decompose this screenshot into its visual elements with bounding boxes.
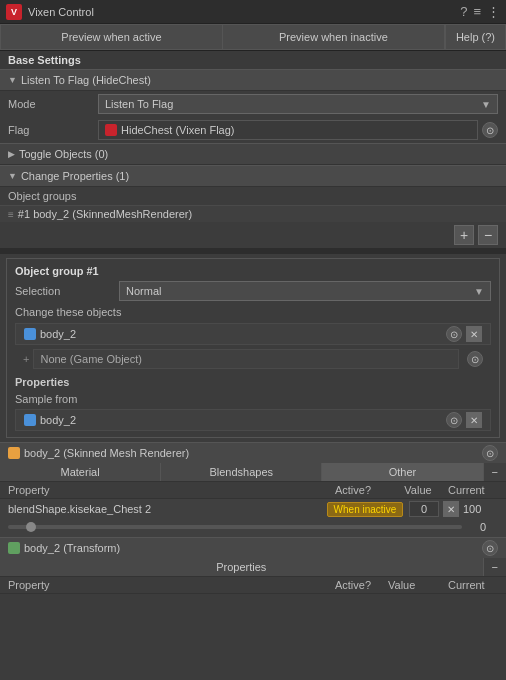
ph-property-label: Property [8, 484, 318, 496]
preview-tabs: Preview when active Preview when inactiv… [0, 24, 506, 51]
change-label: Change these objects [7, 303, 499, 321]
renderer-settings-button[interactable]: ⊙ [482, 445, 498, 461]
object-groups-label: Object groups [0, 187, 506, 205]
transform-label: body_2 (Transform) [24, 542, 478, 554]
renderer-header: body_2 (Skinned Mesh Renderer) ⊙ [0, 442, 506, 463]
renderer-icon [8, 447, 20, 459]
add-button[interactable]: + [454, 225, 474, 245]
body2-settings-button[interactable]: ⊙ [446, 326, 462, 342]
tab-preview-active[interactable]: Preview when active [0, 24, 222, 50]
none-item-row: + None (Game Object) ⊙ [15, 347, 491, 371]
body2-item: body_2 ⊙ ✕ [15, 323, 491, 345]
body2-remove-button[interactable]: ✕ [466, 326, 482, 342]
mode-row: Mode Listen To Flag ▼ [0, 91, 506, 117]
tab-preview-inactive[interactable]: Preview when inactive [222, 24, 445, 50]
og-title: Object group #1 [15, 265, 99, 277]
sample-from-label: Sample from [7, 391, 499, 407]
flag-value-container: HideChest (Vixen Flag) [98, 120, 478, 140]
renderer-label: body_2 (Skinned Mesh Renderer) [24, 447, 478, 459]
sample-body2-text: body_2 [40, 414, 442, 426]
property-data-row: blendShape.kisekae_Chest 2 When inactive… [0, 499, 506, 519]
transform-tab-row: Properties − [0, 558, 506, 577]
toggle-objects-label: Toggle Objects (0) [19, 148, 108, 160]
current-value: 100 [463, 503, 498, 515]
menu-icon[interactable]: ⋮ [487, 4, 500, 19]
og-selection-row: Selection Normal ▼ [7, 279, 499, 303]
tab-properties[interactable]: Properties [0, 558, 484, 576]
hash-icon: ≡ [8, 209, 14, 220]
base-settings-header: Base Settings [0, 51, 506, 69]
tab-blendshapes[interactable]: Blendshapes [161, 463, 322, 481]
slider-thumb[interactable] [26, 522, 36, 532]
none-text: None (Game Object) [40, 353, 141, 365]
change-properties-arrow-icon: ▼ [8, 171, 17, 181]
dropdown-arrow-icon: ▼ [481, 99, 491, 110]
help-button[interactable]: Help (?) [445, 24, 506, 50]
window-title: Vixen Control [28, 6, 460, 18]
app-icon: V [6, 4, 22, 20]
og-dropdown-arrow-icon: ▼ [474, 286, 484, 297]
og-selection-dropdown[interactable]: Normal ▼ [119, 281, 491, 301]
title-bar: V Vixen Control ? ≡ ⋮ [0, 0, 506, 24]
help-icon[interactable]: ? [460, 4, 467, 19]
og-header-row: Object group #1 [7, 263, 499, 279]
listen-to-flag-header[interactable]: ▼ Listen To Flag (HideChest) [0, 69, 506, 91]
ph-active-label: Active? [318, 484, 388, 496]
sample-body2-remove-button[interactable]: ✕ [466, 412, 482, 428]
change-properties-header[interactable]: ▼ Change Properties (1) [0, 165, 506, 187]
slider-row: 0 [0, 519, 506, 537]
value-input-container[interactable] [409, 501, 439, 517]
divider [0, 248, 506, 254]
flag-icon [105, 124, 117, 136]
collapse-transform-button[interactable]: − [484, 558, 506, 576]
listen-to-flag-label: Listen To Flag (HideChest) [21, 74, 151, 86]
transform-header: body_2 (Transform) ⊙ [0, 537, 506, 558]
settings-icon[interactable]: ≡ [473, 4, 481, 19]
collapse-arrow-icon: ▼ [8, 75, 17, 85]
flag-value-text: HideChest (Vixen Flag) [121, 124, 235, 136]
property-header-row: Property Active? Value Current [0, 482, 506, 499]
properties-label: Properties [7, 373, 499, 391]
renderer-tab-row: Material Blendshapes Other − [0, 463, 506, 482]
bottom-header-row: Property Active? Value Current [0, 577, 506, 594]
none-settings-button[interactable]: ⊙ [467, 351, 483, 367]
bh-active-label: Active? [318, 579, 388, 591]
bh-property-label: Property [8, 579, 318, 591]
toggle-objects-header[interactable]: ▶ Toggle Objects (0) [0, 143, 506, 165]
object-group-box: Object group #1 Selection Normal ▼ Chang… [6, 258, 500, 438]
change-properties-label: Change Properties (1) [21, 170, 129, 182]
sample-body2-icon [24, 414, 36, 426]
flag-settings-button[interactable]: ⊙ [482, 122, 498, 138]
remove-button[interactable]: − [478, 225, 498, 245]
og-selection-label: Selection [15, 285, 115, 297]
object-item: ≡ #1 body_2 (SkinnedMeshRenderer) [0, 205, 506, 222]
active-badge-container: When inactive [325, 502, 405, 517]
none-value: None (Game Object) [33, 349, 459, 369]
sample-body2-settings-button[interactable]: ⊙ [446, 412, 462, 428]
collapse-renderer-button[interactable]: − [484, 463, 506, 481]
transform-icon [8, 542, 20, 554]
flag-row: Flag HideChest (Vixen Flag) ⊙ [0, 117, 506, 143]
og-selection-value: Normal [126, 285, 161, 297]
object-item-text: #1 body_2 (SkinnedMeshRenderer) [18, 208, 192, 220]
plus-icon: + [23, 353, 29, 365]
ph-value-label: Value [388, 484, 448, 496]
slider-track[interactable] [8, 525, 462, 529]
active-badge: When inactive [327, 502, 404, 517]
mode-label: Mode [8, 98, 98, 110]
body2-icon [24, 328, 36, 340]
tab-other[interactable]: Other [322, 463, 483, 481]
toggle-objects-arrow-icon: ▶ [8, 149, 15, 159]
value-x-button[interactable]: ✕ [443, 501, 459, 517]
sample-body2-item: body_2 ⊙ ✕ [15, 409, 491, 431]
tab-material[interactable]: Material [0, 463, 161, 481]
mode-value: Listen To Flag [105, 98, 173, 110]
body2-text: body_2 [40, 328, 442, 340]
ph-current-label: Current [448, 484, 498, 496]
transform-settings-button[interactable]: ⊙ [482, 540, 498, 556]
value-input[interactable] [409, 501, 439, 517]
slider-value: 0 [468, 521, 498, 533]
bh-current-label: Current [448, 579, 498, 591]
flag-label: Flag [8, 124, 98, 136]
mode-dropdown[interactable]: Listen To Flag ▼ [98, 94, 498, 114]
